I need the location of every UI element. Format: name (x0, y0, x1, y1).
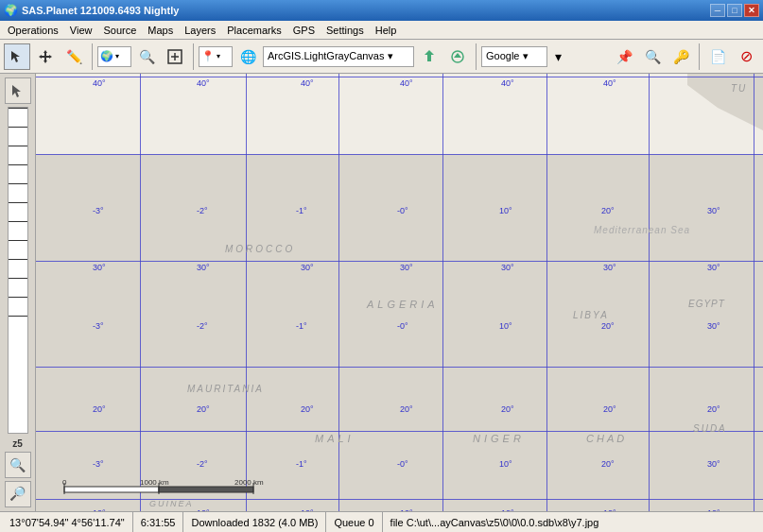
svg-marker-13 (454, 53, 461, 58)
key-button[interactable]: 🔑 (668, 43, 694, 70)
status-queue: Queue 0 (326, 512, 382, 532)
svg-rect-16 (159, 487, 253, 492)
marker-dropdown[interactable]: 📍 ▾ (199, 46, 233, 67)
lon-label-r5-4: -0° (397, 459, 408, 469)
lon-label-r3-1: -3° (93, 321, 104, 331)
ruler-mark (9, 221, 27, 222)
label-algeria: ALGERIA (367, 299, 439, 310)
ruler-mark (9, 108, 27, 109)
grid-label-30-7: 30° (707, 263, 720, 272)
lon-label-r5-2: -2° (197, 459, 208, 469)
lon-label-5: 10° (499, 206, 512, 215)
lon-label-6: 20° (601, 206, 615, 215)
menu-maps[interactable]: Maps (142, 23, 179, 38)
source-dropdown[interactable]: ArcGIS.LightGrayCanvas ▾ (263, 46, 414, 67)
svg-rect-2 (44, 52, 46, 61)
ruler-mark (9, 164, 27, 165)
grid-label-10-5: 10° (501, 508, 514, 511)
pin-button[interactable]: 📌 (611, 43, 637, 70)
svg-rect-15 (64, 487, 159, 492)
menu-view[interactable]: View (64, 23, 98, 38)
titlebar-left: 🌍 SAS.Planet 121009.6493 Nightly (4, 4, 179, 17)
status-time: 6:31:55 (133, 512, 184, 532)
sidebar-arrow-button[interactable] (5, 77, 31, 104)
ruler-mark (9, 297, 27, 298)
grid-label-10-6: 10° (603, 508, 616, 511)
label-cote-divoire: COTE D'IVOIRE(IVORY COAST) (324, 510, 394, 511)
grid-label-20-2: 20° (197, 404, 210, 414)
ruler-mark (9, 202, 27, 203)
dropdown-arrow2: ▾ (217, 52, 220, 60)
grid-v-6 (649, 74, 650, 511)
ruler-mark (9, 240, 27, 241)
label-mali: MALI (315, 433, 355, 444)
download-button[interactable] (416, 43, 442, 70)
menu-placemarks[interactable]: Placemarks (221, 23, 286, 38)
lon-label-4: -0° (397, 206, 408, 215)
label-niger: NIGER (473, 433, 525, 444)
globe-dropdown[interactable]: 🌍 ▾ (97, 46, 131, 67)
titlebar-controls[interactable]: ─ □ ✕ (710, 4, 759, 17)
menu-operations[interactable]: Operations (2, 23, 64, 38)
grid-label-30-2: 30° (197, 263, 210, 272)
google-expand-button[interactable]: ▾ (549, 43, 566, 70)
grid-v-5 (546, 74, 547, 511)
svg-text:0: 0 (62, 478, 67, 487)
map-viewport[interactable]: 40° 40° 40° 40° 40° 40° -3° -2° -1° -0° … (36, 74, 763, 511)
grid-label-20-1: 20° (93, 404, 106, 414)
grid-label-30-3: 30° (301, 263, 314, 272)
status-file: file C:\ut\...ayCanvas\z5\0\0\0.0.sdb\x8… (383, 512, 607, 532)
menu-help[interactable]: Help (370, 23, 403, 38)
lon-label-r3-6: 20° (601, 321, 615, 331)
document-button[interactable]: 📄 (704, 43, 731, 70)
download2-button[interactable] (444, 43, 471, 70)
app-icon: 🌍 (4, 4, 18, 17)
search-button[interactable]: 🔍 (639, 43, 666, 70)
menu-layers[interactable]: Layers (179, 23, 221, 38)
close-button[interactable]: ✕ (744, 4, 759, 17)
stop-button[interactable]: ⊘ (733, 43, 759, 70)
select-tool-button[interactable] (4, 43, 30, 70)
grid-label-20-4: 20° (400, 404, 413, 414)
minimize-button[interactable]: ─ (710, 4, 725, 17)
grid-label-top-3: 40° (301, 78, 314, 88)
grid-label-30-4: 30° (400, 263, 413, 272)
grid-label-30-6: 30° (603, 263, 616, 272)
svg-text:1000 km: 1000 km (140, 478, 169, 487)
layer-globe-button[interactable]: 🌐 (234, 43, 261, 70)
svg-marker-6 (49, 55, 52, 59)
lon-label-7: 30° (707, 206, 720, 215)
move-tool-button[interactable] (32, 43, 59, 70)
grid-v-4 (442, 74, 443, 511)
label-morocco: MOROCCO (225, 244, 295, 254)
lon-label-r3-7: 30° (707, 321, 720, 331)
lon-label-r5-3: -1° (296, 459, 307, 469)
lon-label-r3-3: -1° (296, 321, 307, 331)
maximize-button[interactable]: □ (727, 4, 742, 17)
separator-2 (193, 43, 194, 70)
zoom-tool-button[interactable]: 🔍 (133, 43, 160, 70)
zoom-in-button[interactable]: 🔍 (5, 452, 31, 478)
grid-label-10-1: 10° (93, 508, 106, 511)
ruler (8, 107, 28, 434)
label-chad: CHAD (586, 433, 627, 444)
lon-label-r5-7: 30° (707, 459, 720, 469)
grid-h-1 (36, 154, 763, 155)
label-mediterranean-sea: Mediterranean Sea (594, 225, 690, 235)
grid-h-4 (36, 431, 763, 432)
app-title: SAS.Planet 121009.6493 Nightly (22, 5, 179, 16)
fit-view-button[interactable] (162, 43, 188, 70)
zoom-out-button[interactable]: 🔎 (5, 481, 31, 507)
menu-source[interactable]: Source (97, 23, 142, 38)
grid-label-10-2: 10° (197, 508, 210, 511)
marker-icon: 📍 (201, 50, 215, 62)
draw-tool-button[interactable]: ✏️ (61, 43, 87, 70)
lon-label-r5-6: 20° (601, 459, 615, 469)
menu-settings[interactable]: Settings (321, 23, 370, 38)
grid-label-20-5: 20° (501, 404, 514, 414)
grid-v-2 (246, 74, 247, 511)
menu-gps[interactable]: GPS (287, 23, 321, 38)
grid-v-7 (754, 74, 754, 511)
google-dropdown[interactable]: Google ▾ (481, 46, 547, 67)
land-north-africa (225, 154, 763, 400)
